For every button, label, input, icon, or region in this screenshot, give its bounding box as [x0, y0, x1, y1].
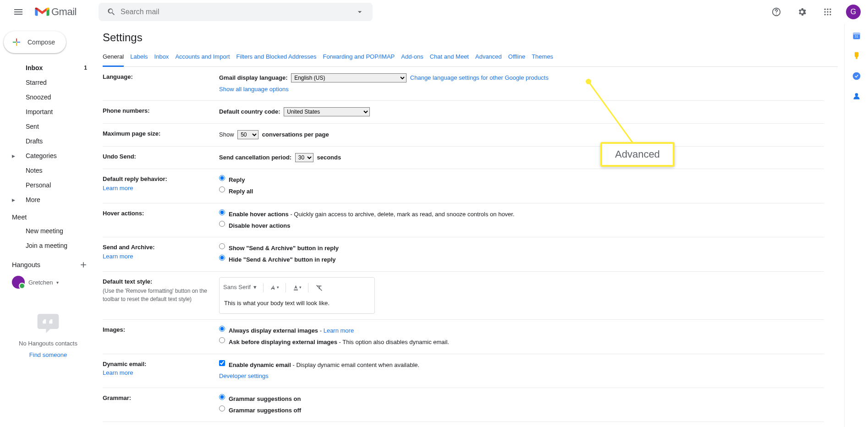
- nav-list: Inbox1StarredSnoozedImportantSentDrafts▸…: [0, 60, 96, 207]
- search-icon[interactable]: [102, 3, 121, 21]
- send-archive-learn-more-link[interactable]: Learn more: [103, 253, 133, 260]
- row-images: Images: Always display external images -…: [103, 320, 824, 354]
- apps-button[interactable]: [819, 3, 837, 21]
- sidebar-item-label: More: [26, 196, 40, 203]
- opt-images-ask: Ask before displaying external images: [229, 339, 337, 345]
- undo-period-select[interactable]: 30: [295, 153, 313, 162]
- opt-grammar-on: Grammar suggestions on: [229, 394, 301, 405]
- language-select[interactable]: English (US): [291, 73, 407, 82]
- developer-settings-link[interactable]: Developer settings: [219, 372, 269, 379]
- opt-hover-enable-desc: - Quickly gain access to archive, delete…: [289, 211, 515, 218]
- tasks-icon[interactable]: [852, 71, 861, 81]
- tab-offline[interactable]: Offline: [508, 49, 525, 67]
- reply-learn-more-link[interactable]: Learn more: [103, 185, 133, 192]
- hangouts-find-someone-link[interactable]: Find someone: [29, 351, 67, 358]
- search-input[interactable]: [121, 8, 351, 16]
- account-avatar[interactable]: G: [846, 5, 861, 19]
- sidebar-item-label: Drafts: [26, 137, 43, 145]
- sidebar-item-more[interactable]: ▸More: [0, 192, 93, 207]
- radio-images-ask[interactable]: [219, 337, 225, 343]
- sidebar-item-personal[interactable]: Personal: [0, 178, 93, 192]
- gmail-display-language-label: Gmail display language:: [219, 74, 288, 81]
- label-undo: Undo Send:: [103, 152, 219, 161]
- tab-inbox[interactable]: Inbox: [154, 49, 169, 67]
- hangouts-user-chip[interactable]: Gretchen ▾: [0, 273, 96, 291]
- font-size-dropdown[interactable]: ▾: [270, 283, 279, 292]
- meet-item-label: New meeting: [26, 227, 63, 235]
- search-bar: [99, 3, 373, 21]
- logo-text: Gmail: [51, 6, 77, 18]
- opt-hover-enable: Enable hover actions: [229, 211, 289, 218]
- radio-grammar-off[interactable]: [219, 405, 225, 411]
- page-size-suffix: conversations per page: [262, 131, 329, 138]
- right-side-panel: 31: [844, 24, 868, 427]
- tab-filters-and-blocked-addresses[interactable]: Filters and Blocked Addresses: [236, 49, 317, 67]
- row-page-size: Maximum page size: Show 50 conversations…: [103, 124, 824, 147]
- hangouts-add-button[interactable]: [78, 259, 89, 270]
- sidebar-item-label: Important: [26, 108, 53, 115]
- meet-item-new-meeting[interactable]: New meeting: [0, 224, 93, 238]
- radio-grammar-on[interactable]: [219, 394, 225, 400]
- dynamic-learn-more-link[interactable]: Learn more: [103, 369, 133, 376]
- font-family-dropdown[interactable]: Sans Serif ▾: [223, 282, 257, 293]
- hangouts-user-name: Gretchen: [28, 279, 53, 286]
- tab-advanced[interactable]: Advanced: [475, 49, 502, 67]
- support-button[interactable]: [767, 3, 786, 21]
- images-learn-more-link[interactable]: Learn more: [324, 327, 354, 334]
- radio-send-archive-hide[interactable]: [219, 255, 225, 261]
- search-options-icon[interactable]: [351, 3, 369, 21]
- row-phone: Phone numbers: Default country code: Uni…: [103, 101, 824, 124]
- sidebar-item-snoozed[interactable]: Snoozed: [0, 90, 93, 104]
- sidebar-item-sent[interactable]: Sent: [0, 119, 93, 134]
- hangouts-title: Hangouts: [12, 261, 40, 268]
- row-spelling: Spelling: Spelling suggestions on Spelli…: [103, 422, 824, 427]
- label-dynamic: Dynamic email:: [103, 361, 146, 367]
- tab-general[interactable]: General: [103, 49, 124, 67]
- sidebar-item-label: Inbox: [26, 64, 43, 71]
- tab-add-ons[interactable]: Add-ons: [401, 49, 423, 67]
- hangouts-avatar: [12, 276, 25, 289]
- text-style-box: Sans Serif ▾ ▾ ▾: [219, 277, 375, 314]
- page-size-select[interactable]: 50: [237, 130, 258, 139]
- sidebar-item-inbox[interactable]: Inbox1: [0, 60, 93, 75]
- settings-tabs: GeneralLabelsInboxAccounts and ImportFil…: [103, 49, 838, 67]
- gmail-logo[interactable]: Gmail: [33, 6, 90, 18]
- calendar-icon[interactable]: 31: [852, 31, 861, 40]
- tab-forwarding-and-pop-imap[interactable]: Forwarding and POP/IMAP: [323, 49, 395, 67]
- tab-accounts-and-import[interactable]: Accounts and Import: [175, 49, 230, 67]
- text-color-dropdown[interactable]: ▾: [292, 283, 302, 292]
- sidebar-item-notes[interactable]: Notes: [0, 163, 93, 178]
- settings-scroll[interactable]: Language: Gmail display language: Englis…: [103, 67, 838, 427]
- remove-formatting-button[interactable]: [315, 283, 324, 292]
- row-dynamic-email: Dynamic email: Learn more Enable dynamic…: [103, 354, 824, 388]
- radio-images-always[interactable]: [219, 326, 225, 332]
- radio-reply-all[interactable]: [219, 186, 225, 192]
- keep-icon[interactable]: [852, 51, 861, 60]
- sidebar-item-categories[interactable]: ▸Categories: [0, 148, 93, 163]
- contacts-icon[interactable]: [852, 92, 861, 101]
- opt-images-always: Always display external images: [229, 327, 318, 334]
- main-menu-button[interactable]: [7, 1, 29, 23]
- compose-button[interactable]: Compose: [4, 31, 66, 53]
- sidebar-item-label: Personal: [26, 181, 51, 189]
- settings-button[interactable]: [793, 3, 811, 21]
- sidebar-item-drafts[interactable]: Drafts: [0, 134, 93, 148]
- app-header: Gmail G: [0, 0, 868, 24]
- svg-point-5: [827, 11, 828, 12]
- tab-themes[interactable]: Themes: [532, 49, 553, 67]
- radio-send-archive-show[interactable]: [219, 243, 225, 249]
- checkbox-dynamic-email[interactable]: [219, 360, 225, 366]
- show-all-language-options-link[interactable]: Show all language options: [219, 86, 289, 93]
- radio-reply[interactable]: [219, 175, 225, 181]
- opt-hover-disable: Disable hover actions: [229, 220, 290, 232]
- tab-chat-and-meet[interactable]: Chat and Meet: [430, 49, 469, 67]
- meet-item-join-a-meeting[interactable]: Join a meeting: [0, 238, 93, 253]
- country-code-select[interactable]: United States: [284, 107, 370, 116]
- sidebar-item-starred[interactable]: Starred: [0, 75, 93, 90]
- text-style-sample: This is what your body text will look li…: [223, 296, 371, 309]
- tab-labels[interactable]: Labels: [130, 49, 148, 67]
- radio-hover-enable[interactable]: [219, 209, 225, 215]
- change-language-link[interactable]: Change language settings for other Googl…: [410, 74, 549, 81]
- radio-hover-disable[interactable]: [219, 221, 225, 227]
- sidebar-item-important[interactable]: Important: [0, 104, 93, 119]
